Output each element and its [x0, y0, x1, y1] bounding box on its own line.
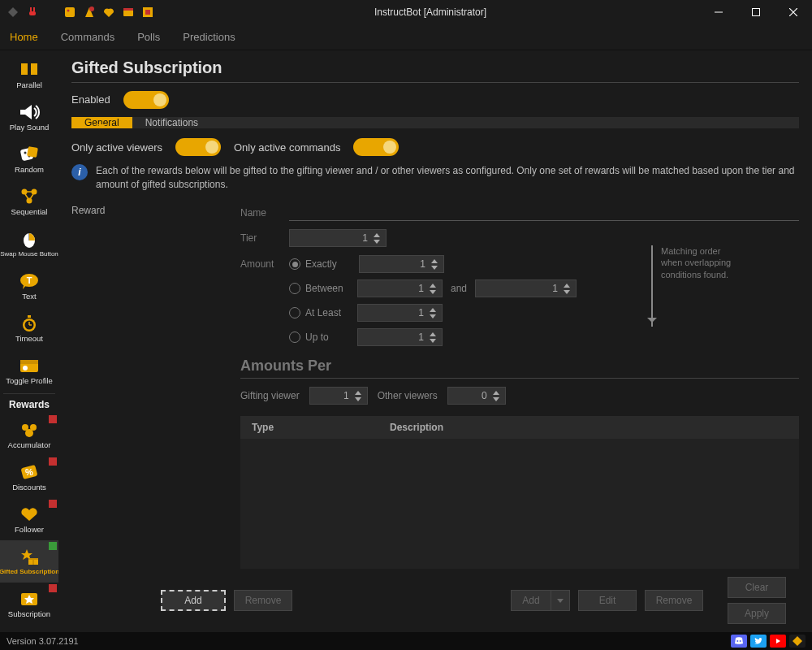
chevron-up-icon[interactable] [354, 390, 362, 396]
sidebar-item-toggle-profile[interactable]: Toggle Profile [0, 349, 58, 392]
svg-rect-3 [29, 11, 36, 15]
badge-icon [49, 457, 57, 466]
chevron-down-icon[interactable] [430, 265, 438, 271]
svg-rect-2 [33, 7, 35, 11]
sidebar-item-gifted-subscription[interactable]: Gifted Subscription [0, 540, 58, 583]
amount-radio-between[interactable]: Between [289, 283, 349, 294]
amount-label: Amount [240, 258, 279, 270]
exactly-stepper[interactable]: 1 [359, 255, 444, 273]
sidebar-item-sequential[interactable]: Sequential [0, 180, 58, 223]
discord-icon[interactable] [731, 635, 747, 648]
svg-rect-4 [65, 7, 75, 17]
reward-remove-button[interactable]: Remove [234, 590, 292, 611]
chevron-up-icon[interactable] [429, 283, 437, 288]
chevron-down-icon[interactable] [373, 239, 381, 245]
minimize-button[interactable] [700, 0, 737, 24]
tool-icon-2[interactable] [83, 6, 96, 19]
tab-general[interactable]: General [71, 117, 132, 129]
active-commands-toggle[interactable] [353, 138, 399, 156]
up-to-stepper[interactable]: 1 [357, 328, 443, 346]
svg-text:%: % [25, 467, 33, 477]
chevron-up-icon[interactable] [430, 258, 438, 264]
chevron-down-icon[interactable] [563, 289, 571, 295]
svg-point-5 [67, 10, 70, 12]
name-input[interactable] [289, 205, 799, 221]
app-status-icon[interactable] [789, 635, 806, 648]
apply-button[interactable]: Apply [728, 603, 786, 624]
chevron-up-icon[interactable] [563, 283, 571, 288]
svg-marker-64 [493, 397, 499, 401]
table-edit-button[interactable]: Edit [578, 590, 637, 611]
chevron-down-icon[interactable] [429, 314, 437, 319]
app-icon [6, 6, 19, 19]
sidebar-item-parallel[interactable]: Parallel [0, 54, 58, 96]
plug-icon[interactable] [26, 6, 39, 19]
tier-label: Tier [240, 232, 279, 244]
tool-icon-5[interactable] [141, 6, 154, 19]
chevron-down-icon[interactable] [354, 396, 362, 402]
parallel-icon [17, 60, 41, 80]
gifting-viewer-stepper[interactable]: 1 [309, 387, 368, 405]
table-add-button[interactable]: Add [511, 590, 551, 611]
chevron-up-icon[interactable] [429, 332, 437, 337]
other-viewers-stepper[interactable]: 0 [447, 387, 506, 405]
close-button[interactable] [775, 0, 812, 24]
menu-polls[interactable]: Polls [137, 31, 160, 43]
sidebar-item-accumulator[interactable]: Accumulator [0, 414, 58, 456]
maximize-button[interactable] [737, 0, 775, 24]
table-remove-button[interactable]: Remove [645, 590, 703, 611]
main-panel: Gifted Subscription Enabled General Noti… [58, 50, 812, 632]
svg-marker-65 [557, 599, 564, 603]
menu-commands[interactable]: Commands [61, 31, 114, 43]
svg-marker-56 [564, 290, 570, 294]
chevron-up-icon[interactable] [429, 307, 437, 313]
sidebar-item-discounts[interactable]: % Discounts [0, 456, 58, 498]
sidebar-item-subscription[interactable]: Subscription [0, 583, 58, 625]
svg-rect-1 [30, 7, 32, 11]
sidebar-item-timeout[interactable]: Timeout [0, 307, 58, 349]
active-commands-label: Only active commands [234, 141, 341, 154]
youtube-icon[interactable] [770, 635, 786, 648]
clear-button[interactable]: Clear [728, 577, 786, 598]
amount-radio-up-to[interactable]: Up to [289, 332, 349, 343]
chevron-down-icon[interactable] [429, 338, 437, 344]
amount-radio-exactly[interactable]: Exactly [289, 258, 349, 270]
svg-point-25 [27, 198, 32, 204]
amount-radio-at-least[interactable]: At Least [289, 307, 349, 318]
at-least-stepper[interactable]: 1 [357, 304, 443, 322]
table-add-dropdown[interactable] [551, 590, 570, 611]
gift-star-icon [17, 548, 41, 567]
tab-notifications[interactable]: Notifications [132, 117, 211, 129]
sidebar-heading-rewards: Rewards [0, 396, 58, 414]
sidebar-item-random[interactable]: Random [0, 138, 58, 180]
version-label: Version 3.07.2191 [6, 636, 79, 646]
menu-home[interactable]: Home [10, 31, 38, 43]
tier-stepper[interactable]: 1 [289, 229, 387, 247]
chevron-up-icon[interactable] [492, 390, 500, 396]
sidebar-item-play-sound[interactable]: Play Sound [0, 96, 58, 138]
between-to-stepper[interactable]: 1 [475, 280, 577, 297]
chevron-down-icon[interactable] [429, 289, 437, 295]
active-viewers-toggle[interactable] [175, 138, 221, 156]
sidebar-item-swap-mouse[interactable]: Swap Mouse Button [0, 223, 58, 265]
svg-point-7 [89, 6, 94, 11]
chevron-down-icon[interactable] [492, 396, 500, 402]
between-from-stepper[interactable]: 1 [357, 280, 443, 297]
profile-icon [17, 356, 41, 375]
tool-icon-3[interactable] [102, 6, 115, 19]
reward-add-button[interactable]: Add [161, 590, 226, 611]
enabled-toggle[interactable] [123, 91, 169, 109]
footer-buttons: Add Remove Add Edit Remove Clear Apply [71, 569, 799, 632]
column-type[interactable]: Type [240, 422, 378, 433]
tool-icon-1[interactable] [63, 6, 76, 19]
svg-point-37 [23, 366, 28, 370]
arrow-down-icon [651, 245, 653, 327]
tool-icon-4[interactable] [122, 6, 135, 19]
text-icon: T [17, 271, 41, 291]
twitter-icon[interactable] [750, 635, 767, 648]
column-description[interactable]: Description [378, 422, 455, 433]
menu-predictions[interactable]: Predictions [183, 31, 235, 43]
chevron-up-icon[interactable] [373, 232, 381, 238]
sidebar-item-text[interactable]: T Text [0, 265, 58, 307]
sidebar-item-follower[interactable]: Follower [0, 498, 58, 540]
